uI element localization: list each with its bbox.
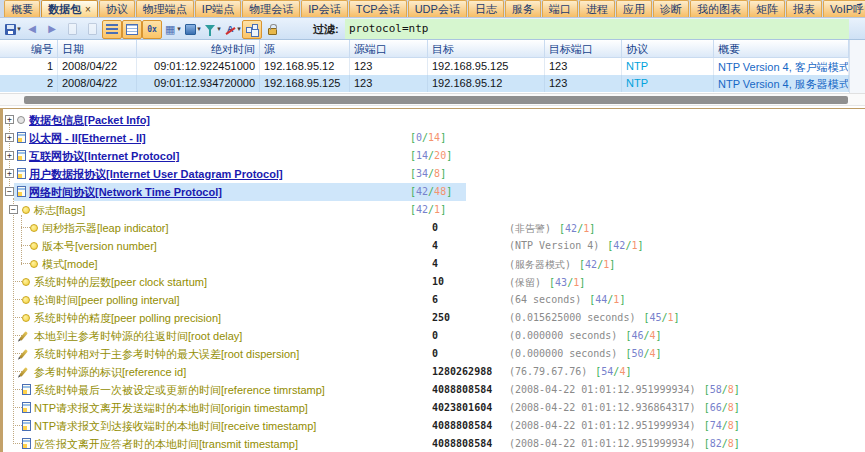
decode-row-mode[interactable]: 模式[mode]4(服务器模式)[42/1]: [0, 255, 862, 273]
cell-col-destination[interactable]: 192.168.95.125: [428, 58, 545, 75]
column-header-col-date[interactable]: 日期: [58, 40, 137, 58]
decode-row-version-number[interactable]: 版本号[version number]4(NTP Version 4)[42/1…: [0, 237, 862, 255]
tab-ip-conversations-label: IP会话: [308, 2, 340, 17]
column-header-col-dst-port[interactable]: 目标端口: [545, 40, 622, 58]
field-detail: (0.000000 seconds)[50/4]: [509, 348, 662, 359]
decode-row-leap-indicator[interactable]: 闰秒指示器[leap indicator]0(非告警)[42/1]: [0, 219, 862, 237]
decode-row-peer-polling-interval[interactable]: 轮询时间[peer polling interval]6(64 seconds)…: [0, 291, 862, 309]
expand-toggle-icon[interactable]: +: [5, 169, 14, 178]
tab-voip-calls[interactable]: VoIP呼叫: [823, 0, 865, 17]
bookmark-next-button[interactable]: [82, 20, 102, 39]
cell-col-destination[interactable]: 192.168.95.12: [428, 75, 545, 92]
cell-col-no[interactable]: 2: [0, 75, 58, 92]
cell-col-date[interactable]: 2008/04/22: [58, 58, 137, 75]
cell-col-abs-time[interactable]: 09:01:12.922451000: [137, 58, 260, 75]
column-header-col-no[interactable]: 编号: [0, 40, 58, 58]
expand-toggle-icon[interactable]: −: [5, 187, 14, 196]
cell-col-abs-time[interactable]: 09:01:12.934720000: [137, 75, 260, 92]
cell-col-summary[interactable]: NTP Version 4, 客户端模式: [714, 58, 849, 75]
cell-col-dst-port[interactable]: 123: [545, 58, 622, 75]
tab-summary[interactable]: 概要: [4, 0, 40, 17]
decode-row-internet-protocol[interactable]: +互联网协议[Internet Protocol][14/20]: [0, 147, 862, 165]
tab-processes[interactable]: 进程: [579, 0, 615, 17]
save-button[interactable]: ▾: [2, 20, 22, 39]
decode-row-receive-timestamp[interactable]: NTP请求报文到达接收端时的本地时间[receive timestamp]408…: [0, 417, 862, 435]
offset-length: [43/1]: [549, 277, 585, 288]
export-packet-button[interactable]: ▾: [182, 20, 202, 39]
expand-toggle-icon[interactable]: +: [5, 133, 14, 142]
decode-row-root-dispersion[interactable]: 系统时钟相对于主参考时钟的最大误差[root dispersion]0(0.00…: [0, 345, 862, 363]
next-packet-button[interactable]: ▶: [42, 20, 62, 39]
packet-row-1[interactable]: 12008/04/2209:01:12.922451000192.168.95.…: [0, 58, 849, 75]
vertical-scrollbar-track[interactable]: [849, 40, 865, 93]
bookmark-prev-button[interactable]: [62, 20, 82, 39]
decode-row-flags[interactable]: −标志[flags][42/1]: [0, 201, 862, 219]
offset-length: [42/1]: [607, 240, 643, 251]
filter-input[interactable]: protocol=ntp: [345, 19, 849, 39]
tab-applications[interactable]: 应用: [616, 0, 652, 17]
prev-packet-button[interactable]: ◀: [22, 20, 42, 39]
decode-row-reference-timestamp[interactable]: 系统时钟最后一次被设定或更新的时间[reference timrstamp]40…: [0, 381, 862, 399]
tab-matrix[interactable]: 矩阵: [749, 0, 785, 17]
tab-protocols[interactable]: 协议: [99, 0, 135, 17]
tab-physical-endpoints[interactable]: 物理端点: [136, 0, 194, 17]
filter-button[interactable]: ▾: [202, 20, 222, 39]
tab-packets[interactable]: 数据包×: [41, 0, 98, 17]
cell-col-src-port[interactable]: 123: [350, 58, 428, 75]
close-tab-icon[interactable]: ×: [85, 4, 91, 15]
cell-col-summary[interactable]: NTP Version 4, 服务器模式: [714, 75, 849, 92]
column-header-col-protocol[interactable]: 协议: [622, 40, 714, 58]
cell-col-no[interactable]: 1: [0, 58, 58, 75]
decode-view-toggle[interactable]: [122, 20, 142, 39]
tab-udp-conversations[interactable]: UDP会话: [408, 0, 467, 17]
cell-col-date[interactable]: 2008/04/22: [58, 75, 137, 92]
cell-col-protocol[interactable]: NTP: [622, 58, 714, 75]
tab-my-charts[interactable]: 我的图表: [690, 0, 748, 17]
field-dot-icon: [30, 260, 38, 268]
tab-tcp-conversations[interactable]: TCP会话: [349, 0, 407, 17]
tab-reports[interactable]: 报表: [786, 0, 822, 17]
column-header-col-abs-time[interactable]: 绝对时间: [137, 40, 260, 58]
cell-col-src-port[interactable]: 123: [350, 75, 428, 92]
horizontal-scrollbar-thumb[interactable]: [24, 96, 848, 104]
highlight-button[interactable]: A▾: [222, 20, 242, 39]
decode-row-peer-polling-precision[interactable]: 系统时钟的精度[peer polling precision]250(0.015…: [0, 309, 862, 327]
decode-row-ntp[interactable]: −网络时间协议[Network Time Protocol][42/48]: [0, 183, 862, 201]
tab-ip-endpoints[interactable]: IP端点: [195, 0, 241, 17]
column-header-col-summary[interactable]: 概要: [714, 40, 849, 58]
column-header-col-destination[interactable]: 目标: [428, 40, 545, 58]
list-view-toggle[interactable]: [102, 20, 122, 39]
tab-diagnosis[interactable]: 诊断: [653, 0, 689, 17]
horizontal-scrollbar[interactable]: [0, 93, 865, 106]
tab-diagnosis-label: 诊断: [660, 2, 682, 17]
packet-info-icon: [17, 116, 25, 124]
cell-col-source[interactable]: 192.168.95.125: [260, 75, 350, 92]
column-settings-button[interactable]: ▦▾: [162, 20, 182, 39]
dropdown-caret-icon: ▾: [17, 25, 21, 33]
column-header-col-source[interactable]: 源: [260, 40, 350, 58]
tree-view-toggle[interactable]: [242, 20, 262, 39]
decode-row-reference-id[interactable]: 参考时钟源的标识[reference id]1280262988(76.79.6…: [0, 363, 862, 381]
hex-view-toggle[interactable]: 0x: [142, 20, 162, 39]
tab-ip-conversations[interactable]: IP会话: [301, 0, 347, 17]
decode-row-transmit-timestamp[interactable]: 应答报文离开应答者时的本地时间[transmit timestamp]40888…: [0, 435, 862, 452]
tab-ports[interactable]: 端口: [542, 0, 578, 17]
decode-row-peer-clock-stratum[interactable]: 系统时钟的层数[peer clock startum]10(保留)[43/1]: [0, 273, 862, 291]
decode-row-packet-info[interactable]: +数据包信息[Packet Info]: [0, 111, 862, 129]
column-header-col-src-port[interactable]: 源端口: [350, 40, 428, 58]
cell-col-source[interactable]: 192.168.95.12: [260, 58, 350, 75]
tab-physical-conversations[interactable]: 物理会话: [242, 0, 300, 17]
expand-toggle-icon[interactable]: −: [9, 205, 18, 214]
decode-row-ethernet[interactable]: +以太网 - II[Ethernet - II][0/14]: [0, 129, 862, 147]
packet-row-2[interactable]: 22008/04/2209:01:12.934720000192.168.95.…: [0, 75, 849, 92]
tab-logs[interactable]: 日志: [468, 0, 504, 17]
tab-services[interactable]: 服务: [505, 0, 541, 17]
cell-col-dst-port[interactable]: 123: [545, 75, 622, 92]
lock-scroll-button[interactable]: [262, 20, 282, 39]
expand-toggle-icon[interactable]: +: [5, 115, 14, 124]
decode-row-origin-timestamp[interactable]: NTP请求报文离开发送端时的本地时间[origin timestamp]4023…: [0, 399, 862, 417]
expand-toggle-icon[interactable]: +: [5, 151, 14, 160]
decode-row-udp[interactable]: +用户数据报协议[Internet User Datagram Protocol…: [0, 165, 862, 183]
cell-col-protocol[interactable]: NTP: [622, 75, 714, 92]
decode-row-root-delay[interactable]: 本地到主参考时钟源的往返时间[root delay]0(0.000000 sec…: [0, 327, 862, 345]
